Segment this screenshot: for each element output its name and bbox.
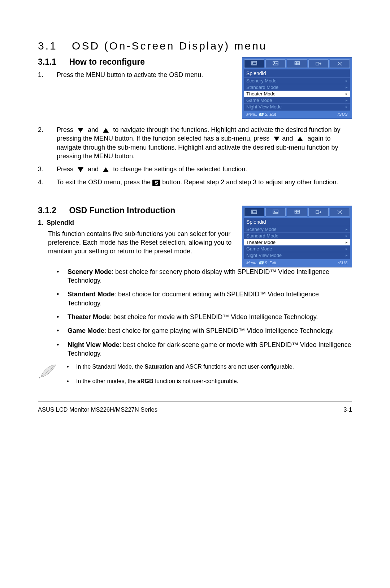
osd-footer-hint: Menu: 📧 S: Exit bbox=[246, 261, 276, 265]
svg-rect-9 bbox=[298, 63, 299, 65]
osd-tab-system-icon bbox=[330, 208, 350, 216]
svg-rect-1 bbox=[252, 62, 256, 64]
svg-rect-8 bbox=[296, 63, 298, 65]
mode-scenery: Scenery Mode: best choice for scenery ph… bbox=[57, 267, 352, 285]
h2b-number: 3.1.2 bbox=[38, 206, 67, 215]
note-2: In the other modes, the sRGB function is… bbox=[67, 377, 352, 385]
osd-row: Night View Mode▸ bbox=[244, 103, 350, 110]
osd-tab-color-icon bbox=[287, 59, 307, 68]
osd-row-selected: Theater Mode▸ bbox=[244, 90, 350, 97]
osd-tab-input-icon bbox=[308, 59, 329, 68]
step-3: Press and to change the settings of the … bbox=[38, 165, 352, 173]
svg-rect-15 bbox=[295, 210, 296, 211]
splendid-description: This function contains five sub-function… bbox=[48, 229, 233, 256]
up-arrow-icon bbox=[103, 128, 109, 133]
osd-tab-system-icon bbox=[330, 59, 350, 68]
osd-brand: /SUS bbox=[338, 261, 348, 265]
svg-rect-6 bbox=[298, 62, 299, 63]
svg-rect-20 bbox=[298, 212, 299, 213]
up-arrow-icon bbox=[297, 137, 303, 141]
osd-row: Standard Mode▸ bbox=[244, 232, 350, 239]
svg-rect-7 bbox=[295, 63, 296, 65]
section-title-311: 3.1.1 How to reconfigure bbox=[38, 57, 233, 67]
osd-brand: /SUS bbox=[338, 112, 348, 117]
osd-row: Game Mode▸ bbox=[244, 245, 350, 252]
svg-rect-19 bbox=[296, 212, 298, 213]
step-4: To exit the OSD menu, press the S button… bbox=[38, 178, 352, 186]
footer-product: ASUS LCD Monitor MS226H/MS227N Series bbox=[38, 406, 157, 413]
osd-tab-splendid-icon bbox=[244, 59, 264, 68]
svg-rect-12 bbox=[252, 211, 256, 213]
h1-text: OSD (On-Screen Display) menu bbox=[72, 40, 267, 52]
h2a-text: How to reconfigure bbox=[69, 57, 145, 66]
svg-rect-17 bbox=[298, 210, 299, 211]
page-title: 3.1 OSD (On-Screen Display) menu bbox=[38, 40, 352, 52]
osd-tab-image-icon bbox=[265, 59, 286, 68]
mode-theater: Theater Mode: best choice for movie with… bbox=[57, 313, 352, 321]
note-1: In the Standard Mode, the Saturation and… bbox=[67, 363, 352, 371]
svg-rect-18 bbox=[295, 212, 296, 213]
svg-rect-21 bbox=[316, 211, 319, 214]
splendid-heading: 1.Splendid bbox=[38, 219, 233, 227]
osd-title: Splendid bbox=[244, 218, 350, 226]
osd-tab-color-icon bbox=[287, 208, 307, 216]
mode-night: Night View Mode: best choice for dark-sc… bbox=[57, 340, 352, 358]
down-arrow-icon bbox=[274, 137, 280, 141]
mode-game: Game Mode: best choice for game playing … bbox=[57, 326, 352, 335]
h2a-number: 3.1.1 bbox=[38, 57, 67, 67]
note-feather-icon bbox=[38, 363, 58, 391]
osd-row: Standard Mode▸ bbox=[244, 84, 350, 90]
footer-page-number: 3-1 bbox=[343, 406, 352, 413]
section-title-312: 3.1.2 OSD Function Introduction bbox=[38, 206, 233, 215]
mode-standard: Standard Mode: best choice for document … bbox=[57, 290, 352, 308]
h1-number: 3.1 bbox=[38, 40, 57, 52]
osd-row: Night View Mode▸ bbox=[244, 252, 350, 258]
down-arrow-icon bbox=[78, 167, 83, 172]
osd-preview-1: Splendid Scenery Mode▸ Standard Mode▸ Th… bbox=[242, 57, 352, 119]
step-2: Press and to navigate through the functi… bbox=[38, 125, 352, 160]
osd-footer-hint: Menu: 📧 S: Exit bbox=[246, 112, 276, 117]
osd-row: Scenery Mode▸ bbox=[244, 226, 350, 232]
footer-divider bbox=[38, 401, 352, 402]
s-button-icon: S bbox=[152, 180, 160, 186]
osd-row-selected: Theater Mode▸ bbox=[244, 239, 350, 245]
svg-rect-5 bbox=[296, 62, 298, 63]
osd-row: Scenery Mode▸ bbox=[244, 77, 350, 84]
svg-rect-10 bbox=[316, 62, 319, 65]
h2b-text: OSD Function Introduction bbox=[69, 206, 175, 215]
osd-tab-input-icon bbox=[308, 208, 329, 216]
down-arrow-icon bbox=[78, 128, 83, 133]
osd-tab-splendid-icon bbox=[244, 208, 264, 216]
svg-rect-4 bbox=[295, 62, 296, 63]
svg-rect-16 bbox=[296, 210, 298, 211]
osd-row: Game Mode▸ bbox=[244, 97, 350, 103]
step-1: Press the MENU button to activate the OS… bbox=[38, 70, 233, 79]
osd-title: Splendid bbox=[244, 69, 350, 77]
osd-preview-2: Splendid Scenery Mode▸ Standard Mode▸ Th… bbox=[242, 206, 352, 267]
osd-tab-image-icon bbox=[265, 208, 286, 216]
up-arrow-icon bbox=[103, 167, 109, 172]
